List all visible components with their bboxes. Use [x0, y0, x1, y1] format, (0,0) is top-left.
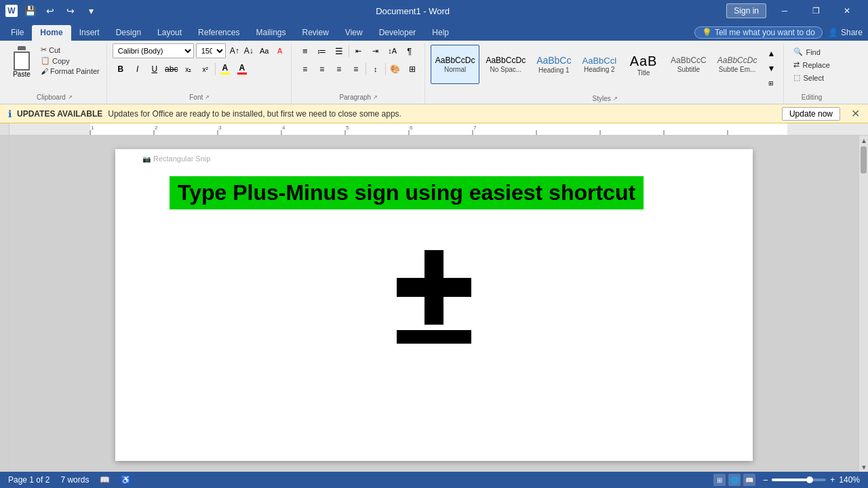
numbered-list-button[interactable]: ≔	[314, 43, 330, 58]
scroll-down-button[interactable]: ▼	[859, 462, 868, 472]
style-subtitle[interactable]: AaBbCcC Subtitle	[666, 45, 711, 84]
subscript-button[interactable]: x₂	[180, 62, 197, 77]
styles-group: AaBbCcDc Normal AaBbCcDc No Spac... AaBb…	[427, 43, 785, 104]
highlight-letter-icon: A	[222, 64, 228, 72]
style-subtle-em-preview: AaBbCcDc	[717, 56, 757, 65]
superscript-button[interactable]: x²	[197, 62, 214, 77]
tab-references[interactable]: References	[190, 25, 248, 41]
minimize-button[interactable]: ─	[769, 0, 800, 22]
bold-button[interactable]: B	[113, 62, 129, 77]
justify-button[interactable]: ≡	[348, 62, 364, 77]
increase-font-size-button[interactable]: A↑	[228, 43, 241, 58]
borders-button[interactable]: ⊞	[404, 62, 420, 77]
style-no-spacing[interactable]: AaBbCcDc No Spac...	[481, 45, 530, 84]
style-normal[interactable]: AaBbCcDc Normal	[431, 45, 480, 84]
find-button[interactable]: 🔍 Find	[789, 46, 833, 58]
print-layout-button[interactable]: ⊞	[713, 474, 726, 486]
tab-home[interactable]: Home	[32, 25, 71, 41]
tab-help[interactable]: Help	[424, 25, 457, 41]
replace-icon: ⇄	[793, 60, 800, 69]
scrollbar-thumb-area[interactable]	[859, 145, 868, 462]
select-button[interactable]: ⬚ Select	[789, 72, 833, 83]
style-title[interactable]: AaB Title	[623, 45, 665, 84]
underline-button[interactable]: U	[146, 62, 163, 77]
scrollbar-thumb[interactable]	[861, 146, 867, 174]
replace-label: Replace	[802, 61, 829, 69]
styles-more[interactable]: ⊞	[763, 76, 779, 91]
clear-formatting-button[interactable]: A	[273, 43, 287, 58]
replace-button[interactable]: ⇄ Replace	[789, 59, 833, 70]
banner-close-button[interactable]: ✕	[851, 107, 860, 120]
tab-design[interactable]: Design	[108, 25, 149, 41]
update-now-button[interactable]: Update now	[782, 107, 840, 121]
style-subtle-em[interactable]: AaBbCcDc Subtle Em...	[713, 45, 762, 84]
tab-review[interactable]: Review	[294, 25, 336, 41]
bullets-button[interactable]: ≡	[297, 43, 313, 58]
cut-label: Cut	[49, 46, 60, 54]
document-scroll-area[interactable]: 📷 Rectangular Snip Type Plus-Minus sign …	[9, 136, 859, 472]
accessibility-icon[interactable]: ♿	[121, 475, 131, 485]
font-expand-icon[interactable]: ↗	[205, 94, 210, 100]
italic-button[interactable]: I	[130, 62, 146, 77]
share-button[interactable]: 👤 Share	[828, 28, 863, 37]
copy-button[interactable]: 📋 Copy	[38, 56, 102, 66]
font-name-select[interactable]: Calibri (Body)	[113, 43, 194, 58]
tab-view[interactable]: View	[337, 25, 371, 41]
shading-button[interactable]: 🎨	[387, 62, 403, 77]
align-center-button[interactable]: ≡	[314, 62, 330, 77]
document-heading[interactable]: Type Plus-Minus sign using easiest short…	[170, 176, 644, 209]
paste-button[interactable]: Paste	[7, 43, 37, 81]
decrease-indent-button[interactable]: ⇤	[351, 43, 367, 58]
line-spacing-button[interactable]: ↕	[368, 62, 384, 77]
styles-scroll-down[interactable]: ▼	[763, 61, 779, 76]
style-heading2[interactable]: AaBbCcl Heading 2	[577, 45, 621, 84]
web-layout-button[interactable]: 🌐	[728, 474, 741, 486]
style-heading1[interactable]: AaBbCc Heading 1	[532, 45, 576, 84]
tab-developer[interactable]: Developer	[371, 25, 425, 41]
zoom-thumb[interactable]	[806, 476, 813, 483]
proofing-icon[interactable]: 📖	[100, 475, 110, 485]
word-count: 7 words	[60, 475, 89, 485]
cut-button[interactable]: ✂ Cut	[38, 45, 102, 55]
increase-indent-button[interactable]: ⇥	[368, 43, 384, 58]
sort-button[interactable]: ↕A	[384, 43, 401, 58]
info-icon: ℹ	[8, 108, 12, 119]
strikethrough-button[interactable]: abc	[163, 62, 180, 77]
styles-expand-icon[interactable]: ↗	[613, 96, 618, 102]
text-highlight-button[interactable]: A	[217, 62, 233, 77]
multilevel-list-button[interactable]: ☰	[331, 43, 347, 58]
styles-scroll-up[interactable]: ▲	[763, 46, 779, 61]
format-painter-button[interactable]: 🖌 Format Painter	[38, 66, 102, 76]
zoom-slider[interactable]: – + 140%	[764, 475, 860, 485]
scroll-up-button[interactable]: ▲	[859, 136, 868, 145]
ruler-ticks: 1 2 3 4 5 6 7	[9, 123, 868, 136]
paragraph-expand-icon[interactable]: ↗	[373, 94, 378, 100]
tab-layout[interactable]: Layout	[149, 25, 190, 41]
align-right-button[interactable]: ≡	[331, 62, 347, 77]
save-button[interactable]: 💾	[22, 3, 38, 19]
zoom-track[interactable]	[772, 479, 826, 481]
zoom-in-button[interactable]: +	[830, 475, 835, 485]
decrease-font-size-button[interactable]: A↓	[242, 43, 256, 58]
clipboard-expand-icon[interactable]: ↗	[68, 94, 73, 100]
font-size-select[interactable]: 150	[196, 43, 226, 58]
tab-mailings[interactable]: Mailings	[248, 25, 294, 41]
redo-button[interactable]: ↪	[62, 3, 79, 19]
editing-buttons: 🔍 Find ⇄ Replace ⬚ Select	[789, 43, 833, 83]
style-no-spacing-label: No Spac...	[490, 66, 521, 73]
undo-button[interactable]: ↩	[42, 3, 58, 19]
restore-button[interactable]: ❐	[800, 0, 831, 22]
close-button[interactable]: ✕	[831, 0, 863, 22]
customize-qat-button[interactable]: ▾	[83, 3, 99, 19]
zoom-out-button[interactable]: –	[764, 475, 768, 485]
tell-me-box[interactable]: 💡 Tell me what you want to do	[694, 26, 823, 39]
show-hide-marks-button[interactable]: ¶	[401, 43, 418, 58]
read-mode-button[interactable]: 📖	[743, 474, 755, 486]
tab-insert[interactable]: Insert	[71, 25, 108, 41]
select-icon: ⬚	[793, 73, 800, 82]
sign-in-button[interactable]: Sign in	[726, 3, 766, 18]
change-case-button[interactable]: Aa	[258, 43, 271, 58]
font-color-button[interactable]: A	[234, 62, 250, 77]
tab-file[interactable]: File	[3, 25, 32, 41]
align-left-button[interactable]: ≡	[297, 62, 313, 77]
